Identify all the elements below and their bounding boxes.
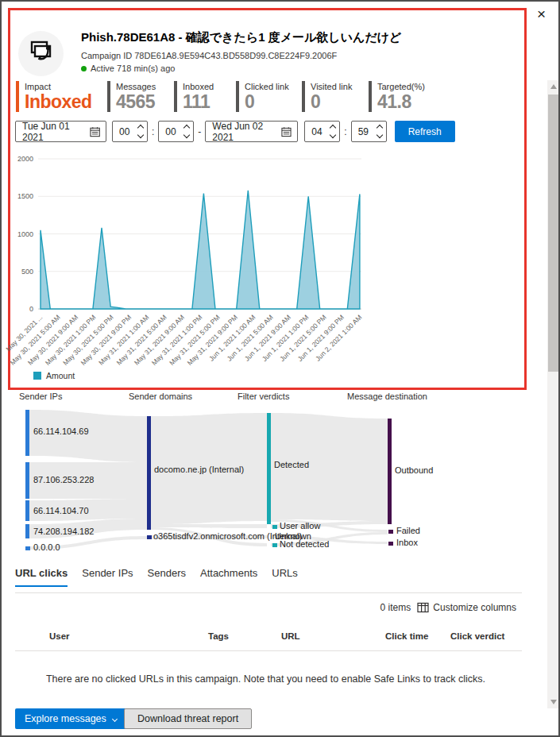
download-threat-report-button[interactable]: Download threat report (124, 708, 252, 729)
stat-label: Clicked link (245, 82, 302, 91)
customize-columns-button[interactable]: Customize columns (417, 602, 516, 613)
stats-row: ImpactInboxedMessages4565Inboxed111Click… (16, 81, 456, 112)
sankey-flow (29, 410, 147, 462)
sankey-header-sender-ips: Sender IPs (19, 392, 63, 401)
sankey-label: docomo.ne.jp (Internal) (154, 465, 244, 474)
sankey-label: Detected (274, 460, 309, 469)
explore-messages-label: Explore messages (25, 713, 106, 724)
phish-campaign-icon (28, 39, 55, 69)
tab-url-clicks[interactable]: URL clicks (15, 567, 68, 587)
legend-label: Amount (46, 371, 75, 380)
stat-targeted-: Targeted(%)41.8 (369, 81, 456, 112)
decrement-icon[interactable] (183, 132, 190, 138)
stat-label: Messages (116, 82, 174, 91)
start-minute-spinner[interactable]: 00 (158, 121, 194, 142)
vertical-scrollbar[interactable] (547, 80, 559, 708)
tab-senders[interactable]: Senders (148, 567, 186, 587)
scrollbar-thumb[interactable] (548, 95, 558, 372)
sankey-svg: Sender IPsSender domainsFilter verdictsM… (2, 389, 548, 565)
empty-state-message: There are no clicked URLs in this campai… (10, 673, 522, 685)
sankey-node-dest-failed[interactable] (388, 530, 393, 534)
range-separator: - (194, 126, 205, 137)
items-count: 0 items (380, 602, 411, 613)
page-title: Phish.78DE61A8 - 確認できたら1 度メール欲しいんだけど (81, 30, 510, 45)
sankey-label-dest-inbox: Inbox (396, 538, 418, 547)
increment-icon[interactable] (330, 125, 336, 131)
sankey-label-verdict-not-detected: Not detected (280, 539, 329, 549)
sankey-node-ip-66-114-104-69[interactable] (25, 410, 29, 456)
decrement-icon[interactable] (376, 132, 382, 138)
sankey-node-ip-74-208-194-182[interactable] (25, 524, 29, 538)
stat-value: 0 (311, 91, 369, 112)
stat-messages: Messages4565 (107, 81, 174, 112)
stat-label: Inboxed (183, 82, 236, 91)
increment-icon[interactable] (376, 125, 382, 131)
sankey-node-domain-o365[interactable] (147, 535, 152, 539)
amount-area-chart: 0500100015002000May 30, 2021 ...May 30, … (2, 149, 526, 388)
sankey-label-dest-failed: Failed (396, 526, 420, 535)
table-toolbar: 0 items Customize columns (2, 602, 516, 613)
scrollbar-up-icon[interactable] (547, 80, 559, 93)
start-date-picker[interactable]: Tue Jun 01 2021 (15, 121, 106, 142)
tab-attachments[interactable]: Attachments (200, 567, 257, 587)
sankey-header-message-destination: Message destination (347, 392, 427, 401)
legend-swatch (33, 372, 41, 380)
active-status-dot-icon (81, 66, 87, 71)
message-flow-sankey: Sender IPsSender domainsFilter verdictsM… (2, 389, 548, 569)
refresh-button[interactable]: Refresh (395, 121, 455, 142)
customize-columns-icon (417, 602, 429, 613)
sankey-header-sender-domains: Sender domains (129, 392, 193, 401)
decrement-icon[interactable] (330, 132, 336, 138)
sankey-node-verdict-not-detected[interactable] (272, 543, 277, 547)
start-date-value: Tue Jun 01 2021 (22, 121, 90, 143)
column-header-click-time[interactable]: Click time (385, 631, 428, 641)
sankey-node-verdict-user-allow[interactable] (272, 525, 277, 529)
sankey-label: 66.114.104.70 (33, 506, 89, 515)
stat-label: Visited link (311, 82, 369, 91)
y-axis-label: 1000 (17, 230, 33, 238)
table-header-row: UserTagsURLClick timeClick verdict (2, 631, 526, 644)
end-date-picker[interactable]: Wed Jun 02 2021 (205, 121, 298, 142)
stat-inboxed: Inboxed111 (174, 81, 236, 112)
column-header-click-verdict[interactable]: Click verdict (450, 631, 504, 641)
sankey-label: 66.114.104.69 (33, 426, 89, 436)
sankey-label-verdict-user-allow: User allow (280, 521, 320, 531)
y-axis-label: 500 (21, 268, 33, 276)
sankey-node-verdict-detected[interactable] (267, 413, 271, 524)
sankey-node-dest-outbound[interactable] (388, 419, 392, 524)
sankey-node-ip-0-0-0-0[interactable] (25, 546, 30, 550)
column-header-tags[interactable]: Tags (208, 631, 229, 641)
increment-icon[interactable] (183, 125, 190, 131)
increment-icon[interactable] (137, 125, 144, 131)
sankey-node-ip-66-114-104-70[interactable] (25, 500, 29, 521)
time-separator: : (340, 126, 350, 137)
close-icon[interactable]: × (537, 6, 546, 22)
explore-messages-button[interactable]: Explore messages (15, 708, 126, 729)
time-separator: : (148, 126, 158, 137)
tab-urls[interactable]: URLs (272, 567, 298, 587)
start-hour-spinner[interactable]: 00 (112, 121, 148, 142)
y-axis-label: 2000 (17, 155, 33, 163)
column-header-url[interactable]: URL (281, 631, 300, 641)
sankey-node-dest-inbox[interactable] (388, 542, 393, 546)
date-filter-row: Tue Jun 01 2021 00 : 00 - Wed Jun 02 202… (15, 121, 455, 142)
table-divider (15, 650, 522, 651)
stat-value: 111 (183, 91, 236, 112)
stat-value: 4565 (116, 91, 174, 112)
end-minute-spinner[interactable]: 59 (351, 121, 387, 142)
amount-series-area (41, 191, 360, 309)
sankey-label: Outbound (395, 465, 433, 475)
end-hour-spinner[interactable]: 04 (304, 121, 340, 142)
column-header-user[interactable]: User (49, 631, 70, 641)
campaign-status: Active 718 min(s) ago (81, 64, 175, 73)
tab-sender-ips[interactable]: Sender IPs (82, 567, 133, 587)
scrollbar-down-icon[interactable] (547, 696, 559, 708)
sankey-header-filter-verdicts: Filter verdicts (238, 392, 290, 401)
chevron-down-icon (112, 716, 118, 721)
decrement-icon[interactable] (137, 132, 144, 138)
sankey-node-domain-docomo[interactable] (147, 416, 151, 530)
start-minute-value: 00 (165, 126, 176, 137)
y-axis-label: 1500 (17, 192, 33, 200)
sankey-node-ip-87-106-253-228[interactable] (25, 462, 29, 499)
end-hour-value: 04 (311, 126, 322, 137)
